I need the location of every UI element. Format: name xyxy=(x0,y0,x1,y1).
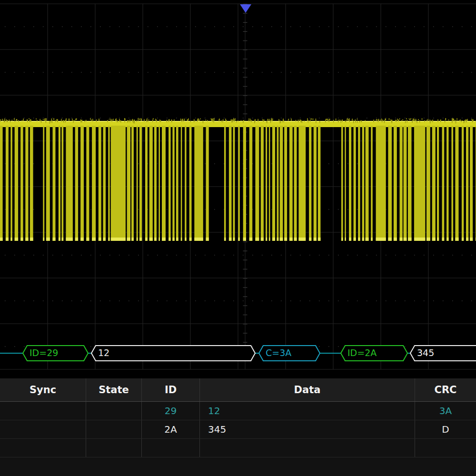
cell-data: 345 xyxy=(200,420,415,438)
cell-id: 29 xyxy=(142,402,200,420)
header-state: State xyxy=(86,378,142,401)
cell-id: 2A xyxy=(142,420,200,438)
decode-table: Sync State ID Data CRC 29 12 3A 2A 345 D xyxy=(0,378,476,476)
decode-table-header: Sync State ID Data CRC xyxy=(0,378,476,402)
cell-id xyxy=(142,439,200,457)
decode-row-2[interactable]: 2A 345 D xyxy=(0,420,476,439)
cell-crc: D xyxy=(415,420,476,438)
bus-frame-label-0: ID=29 xyxy=(30,347,58,358)
cell-crc: 3A xyxy=(415,402,476,420)
cell-data: 12 xyxy=(200,402,415,420)
bus-frame-label-2: C=3A xyxy=(266,347,291,358)
trigger-position-marker[interactable] xyxy=(240,4,251,13)
bus-frame-label-1: 12 xyxy=(98,347,109,358)
cell-data xyxy=(200,439,415,457)
decode-row-3[interactable] xyxy=(0,439,476,457)
cell-state xyxy=(86,402,142,420)
cell-sync xyxy=(0,402,86,420)
header-sync: Sync xyxy=(0,378,86,401)
decode-row-1[interactable]: 29 12 3A xyxy=(0,402,476,420)
cell-crc xyxy=(415,439,476,457)
cell-sync xyxy=(0,439,86,457)
cell-state xyxy=(86,439,142,457)
bus-frame-label-4: 345 xyxy=(417,347,434,358)
bus-decode-row: ID=2912C=3AID=2A345 xyxy=(0,346,476,361)
bus-frame-label-3: ID=2A xyxy=(347,347,377,358)
header-crc: CRC xyxy=(415,378,476,401)
header-id: ID xyxy=(142,378,200,401)
cell-sync xyxy=(0,420,86,438)
scope-canvas: ID=2912C=3AID=2A345 xyxy=(0,0,476,378)
bus-frame-1 xyxy=(91,346,255,361)
header-data: Data xyxy=(200,378,415,401)
cell-state xyxy=(86,420,142,438)
oscilloscope-display: ID=2912C=3AID=2A345 xyxy=(0,0,476,378)
